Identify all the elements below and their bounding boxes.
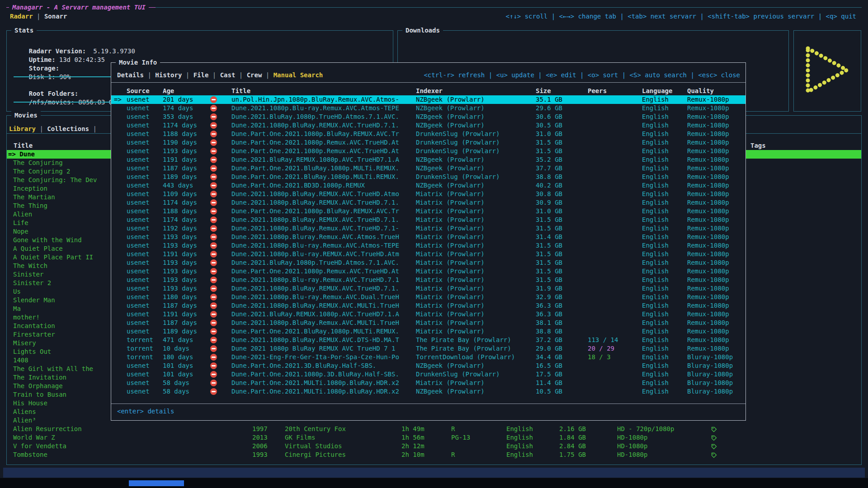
release-row[interactable]: usenet1192 daysDune.2021.1080p.BluRay.Re… (111, 224, 745, 233)
release-row[interactable]: usenet1188 daysDune.Part.One.2021.1080p.… (111, 207, 745, 216)
rejection-icon (210, 234, 217, 240)
servarr-tab-sonarr[interactable]: Sonarr (44, 13, 67, 20)
release-row[interactable]: usenet1193 daysDune.2021.BluRay.1080p.Tr… (111, 258, 745, 267)
movie-title: Nope (13, 228, 28, 235)
movie-list-item[interactable]: World War Z2013GK Films1h 56mPG-13Englis… (7, 433, 861, 442)
release-age: 1188 days (163, 130, 197, 138)
movie-title: Slender Man (13, 296, 55, 304)
release-row[interactable]: usenet101 daysDune.Part.One.2021.3D.BluR… (111, 361, 745, 370)
release-row[interactable]: usenet1180 daysDune.2021.1080p.Blu-ray.R… (111, 293, 745, 301)
release-age: 101 days (163, 370, 193, 379)
release-quality: Remux-1080p (687, 181, 729, 190)
release-title: Dune.2021.1080p.BluRay.REMUX.AVC.TrueHD.… (231, 190, 411, 198)
movie-title: Inception (13, 185, 47, 192)
release-row[interactable]: usenet1187 daysDune.2021.1080p.BluRay.RE… (111, 301, 745, 310)
release-row[interactable]: usenet1187 daysDune.Part.One.2021.BluRay… (111, 164, 745, 173)
release-quality: Remux-1080p (687, 121, 729, 130)
movie-language: English (506, 442, 533, 450)
servarr-tab-radarr[interactable]: Radarr (10, 13, 33, 20)
release-quality: Remux-1080p (687, 173, 729, 181)
rejection-icon (210, 328, 217, 335)
release-row[interactable]: usenet1109 daysDune.2021.1080p.BluRay.RE… (111, 190, 745, 198)
movie-title: Gone with the Wind (13, 236, 82, 244)
release-language: English (642, 95, 669, 104)
release-row[interactable]: usenet1193 daysDune.Part.One.2021.1080p.… (111, 147, 745, 155)
release-quality: Bluray-1080p (687, 353, 733, 361)
release-row[interactable]: usenet353 daysDune.2021.BluRay.1080p.Tru… (111, 113, 745, 121)
release-indexer: TorrentDownload (Prowlarr) (416, 353, 515, 361)
rejection-icon (210, 174, 217, 180)
release-title: Dune.2021.1080p.BluRay.REMUX.AVC.TrueHD.… (231, 284, 411, 293)
release-indexer: Miatrix (Prowlarr) (416, 319, 485, 327)
release-language: English (642, 284, 669, 293)
rejection-icon (210, 259, 217, 266)
release-age: 201 days (163, 95, 193, 104)
release-row[interactable]: usenet1189 daysDune.Part.One.2021.BluRay… (111, 327, 745, 336)
release-row[interactable]: usenet58 daysDune.Part.One.2021.MULTi.10… (111, 379, 745, 387)
release-age: 1192 days (163, 224, 197, 233)
movie-title: Us (13, 288, 21, 295)
release-title: Dune.2021.1080p.Blu-ray.Remux.AVC.Atmos-… (231, 241, 411, 250)
release-language: English (642, 310, 669, 319)
movie-list-item[interactable]: Alien Resurrection199720th Century Fox1h… (7, 425, 861, 433)
movie-language: English (506, 450, 533, 459)
release-indexer: DrunkenSlug (Prowlarr) (416, 147, 500, 155)
release-language: English (642, 207, 669, 216)
release-row[interactable]: usenet1174 daysDune.2021.1080p.BluRay.RE… (111, 198, 745, 207)
release-row[interactable]: usenet1191 daysDune.2021.BluRay.REMUX.10… (111, 155, 745, 164)
release-age: 1193 days (163, 267, 197, 276)
release-row[interactable]: usenet1188 daysDune.Part.One.2021.1080p.… (111, 130, 745, 138)
release-row[interactable]: torrent471 daysDune.2021.1080p.BluRay.RE… (111, 336, 745, 344)
release-source: usenet (127, 327, 150, 336)
release-row[interactable]: =>usenet201 daysun.Pol.Hin.Jpn.1080p.Blu… (111, 95, 745, 104)
release-row[interactable]: usenet1193 daysDune.2021.1080p.Blu-ray.R… (111, 276, 745, 284)
release-source: usenet (127, 216, 150, 224)
release-row[interactable]: usenet1191 daysDune.2021.BluRay.REMUX.10… (111, 310, 745, 319)
release-peers: 113 / 14 (588, 336, 618, 344)
release-row[interactable]: usenet1191 daysDune.2021.1080p.Blu-ray.R… (111, 250, 745, 258)
release-size: 30.6 GB (536, 113, 562, 121)
release-source: usenet (127, 361, 150, 370)
release-row[interactable]: usenet1193 daysDune.Part.One.2021.1080p.… (111, 267, 745, 276)
release-row[interactable]: usenet1190 daysDune.Part.One.2021.1080p.… (111, 138, 745, 147)
release-indexer: Miatrix (Prowlarr) (416, 224, 485, 233)
release-row[interactable]: usenet101 daysDune.Part.One.2021.1080p.3… (111, 370, 745, 379)
release-size: 31.5 GB (536, 258, 562, 267)
movie-title: V for Vendetta (13, 442, 66, 450)
movie-list-item[interactable]: Tombstone1993Cinergi Pictures2h 10mREngl… (7, 450, 861, 459)
release-row[interactable]: usenet1174 daysDune.2021.1080p.BluRay.RE… (111, 216, 745, 224)
release-indexer: NZBgeek (Prowlarr) (416, 155, 485, 164)
release-row[interactable]: usenet1193 daysDune.2021.1080p.Bluray.Re… (111, 233, 745, 241)
release-row[interactable]: usenet1174 daysDune.2021.1080p.BluRay.RE… (111, 121, 745, 130)
release-title: Dune.2021.1080p.Blu-ray.Remux.AVC.Dual.T… (231, 293, 411, 301)
release-size: 38.8 GB (536, 327, 562, 336)
tag-icon (711, 452, 717, 458)
release-row[interactable]: usenet1193 daysDune.2021.1080p.Blu-ray.R… (111, 241, 745, 250)
movie-studio: Cinergi Pictures (285, 450, 346, 459)
selection-marker: => (114, 95, 122, 104)
release-row[interactable]: usenet1189 daysDune.Part.One.2021.BluRay… (111, 173, 745, 181)
rejection-icon (210, 165, 217, 172)
release-size: 38.1 GB (536, 319, 562, 327)
release-title: Dune.Part.One.2021.1080p.Remux.AVC.TrueH… (231, 147, 411, 155)
release-row[interactable]: usenet58 daysDune.Part.One.2021.MULTi.10… (111, 387, 745, 396)
release-title: Dune.Part.One.2021.MULTi.1080p.BluRay.HD… (231, 379, 411, 387)
release-row[interactable]: torrent10 daysDune 2021 1080p BluRay REM… (111, 344, 745, 353)
tag-icon (711, 426, 717, 432)
release-size: 31.5 GB (536, 147, 562, 155)
release-size: 37.7 GB (536, 164, 562, 173)
movie-year: 1997 (252, 425, 268, 433)
movie-list-item[interactable]: V for Vendetta2006Virtual Studios2h 12mE… (7, 442, 861, 450)
release-source: usenet (127, 173, 150, 181)
release-row[interactable]: usenet1193 daysDune.2021.1080p.BluRay.RE… (111, 284, 745, 293)
release-size: 31.5 GB (536, 241, 562, 250)
rejection-icon (210, 208, 217, 215)
release-row[interactable]: usenet443 daysDune.Part.One.2021.BD3D.10… (111, 181, 745, 190)
release-row[interactable]: usenet1187 daysDune.2021.1080p.BluRay.Re… (111, 319, 745, 327)
release-row[interactable]: usenet174 daysDune.2021.1080p.Blu-ray.Re… (111, 104, 745, 113)
release-source: torrent (127, 344, 153, 353)
rejection-icon (210, 105, 217, 112)
release-source: usenet (127, 121, 150, 130)
release-indexer: Miatrix (Prowlarr) (416, 284, 485, 293)
release-row[interactable]: torrent180 daysDune-2021-Eng-Fre-Ger-Ita… (111, 353, 745, 361)
